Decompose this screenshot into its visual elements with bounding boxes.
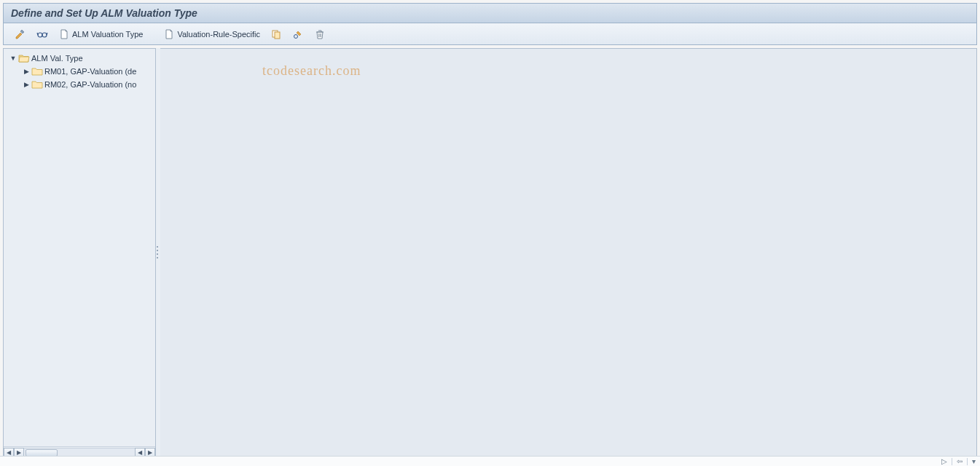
display-change-toggle-button[interactable] [289,26,307,42]
display-button[interactable] [33,26,52,42]
detail-area: tcodesearch.com [160,48,977,459]
tree-body: ▼ ALM Val. Type ▶ RM01, GAP-Valuation (d… [4,49,155,446]
glasses-icon [36,28,48,40]
new-document-icon [163,28,175,40]
expand-icon[interactable]: ▶ [23,81,30,88]
tree-item-label: RM02, GAP-Valuation (no [44,80,136,89]
navigation-tree-panel: ▼ ALM Val. Type ▶ RM01, GAP-Valuation (d… [3,48,156,459]
status-separator [967,458,968,465]
folder-open-icon [18,53,30,63]
collapse-icon[interactable]: ▼ [9,55,17,62]
scroll-thumb[interactable] [26,449,58,457]
change-button[interactable] [11,26,30,42]
status-bar: ▷ ⇦ ▾ [0,456,980,466]
application-toolbar: ALM Valuation Type Valuation-Rule-Specif… [3,23,977,45]
splitter-handle-icon [157,245,160,260]
trash-icon [314,28,326,40]
tree-item[interactable]: ▶ RM01, GAP-Valuation (de [5,65,154,78]
status-separator [952,458,952,465]
folder-closed-icon [31,79,43,90]
create-valuation-type-label: ALM Valuation Type [72,30,143,39]
folder-closed-icon [31,66,43,76]
tree-item-label: RM01, GAP-Valuation (de [44,67,136,76]
svg-point-1 [42,33,47,37]
watermark-text: tcodesearch.com [262,63,361,79]
pencil-glasses-icon [292,28,304,40]
delete-button[interactable] [310,26,329,42]
pencil-wrench-icon [15,28,26,40]
create-rule-specific-label: Valuation-Rule-Specific [177,30,260,39]
copy-icon [270,28,282,40]
status-menu-icon[interactable]: ▾ [972,457,976,465]
expand-icon[interactable]: ▶ [23,68,30,75]
svg-point-4 [294,34,297,38]
svg-rect-3 [275,32,280,39]
copy-button[interactable] [267,26,286,42]
tree-root-label: ALM Val. Type [31,54,83,63]
content-area: ▼ ALM Val. Type ▶ RM01, GAP-Valuation (d… [3,48,977,459]
tree-root-node[interactable]: ▼ ALM Val. Type [5,52,154,65]
page-title: Define and Set Up ALM Valuation Type [11,7,197,19]
title-bar: Define and Set Up ALM Valuation Type [3,3,977,23]
svg-point-0 [38,33,42,37]
create-valuation-type-button[interactable]: ALM Valuation Type [55,26,146,42]
create-rule-specific-button[interactable]: Valuation-Rule-Specific [160,26,264,42]
status-back-icon[interactable]: ⇦ [957,457,963,465]
new-document-icon [58,28,70,40]
tree-item[interactable]: ▶ RM02, GAP-Valuation (no [5,78,154,91]
status-nav-icon[interactable]: ▷ [941,457,947,465]
